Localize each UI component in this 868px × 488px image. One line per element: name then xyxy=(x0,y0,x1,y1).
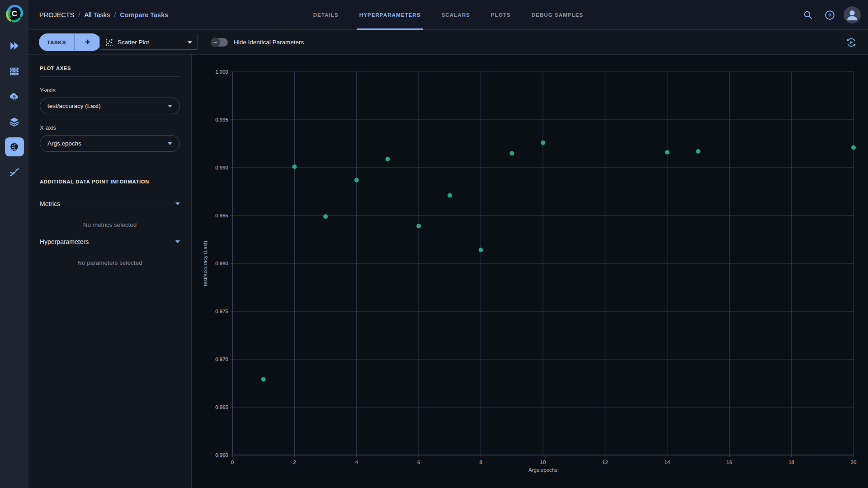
data-point[interactable] xyxy=(696,149,701,154)
user-avatar[interactable] xyxy=(844,6,861,23)
help-button[interactable]: ? xyxy=(822,7,837,23)
data-point[interactable] xyxy=(416,224,421,228)
nav-rail: C xyxy=(0,0,28,488)
clearml-app: C xyxy=(0,0,868,488)
divider xyxy=(40,190,180,190)
chevron-down-icon xyxy=(168,105,172,108)
hide-identical-toggle[interactable] xyxy=(211,38,228,47)
hyperparameters-label: Hyperparameters xyxy=(40,238,175,245)
tasks-selector[interactable]: TASKS + xyxy=(39,33,101,51)
sidebar-item-datasets[interactable] xyxy=(5,112,24,131)
y-tick-label: 0.965 xyxy=(215,404,228,410)
data-point[interactable] xyxy=(851,145,856,150)
sidebar-item-queues[interactable] xyxy=(5,61,24,80)
data-point[interactable] xyxy=(386,157,390,161)
add-task-button[interactable]: + xyxy=(74,34,101,51)
scatter-plot-icon xyxy=(105,38,113,46)
x-tick-label: 6 xyxy=(417,460,420,465)
tab-hyperparameters[interactable]: HYPERPARAMETERS xyxy=(359,0,421,30)
sidebar-item-pipelines[interactable] xyxy=(5,163,24,182)
search-icon xyxy=(803,10,813,20)
tab-debug-samples[interactable]: DEBUG SAMPLES xyxy=(532,0,584,30)
y-tick-label: 0.975 xyxy=(215,309,228,314)
chevron-down-icon xyxy=(175,240,180,243)
hide-identical-group: Hide Identical Parameters xyxy=(211,30,304,55)
tab-details[interactable]: DETAILS xyxy=(313,0,339,30)
cloud-gear-icon xyxy=(9,91,20,102)
additional-info-title: ADDITIONAL DATA POINT INFORMATION xyxy=(40,179,180,184)
sidebar-item-dashboard[interactable] xyxy=(5,36,24,55)
auto-refresh-button[interactable] xyxy=(844,35,859,50)
breadcrumb-item[interactable]: PROJECTS xyxy=(39,11,74,19)
search-button[interactable] xyxy=(800,7,816,23)
breadcrumb-item[interactable]: All Tasks xyxy=(84,11,110,19)
servers-queues-icon xyxy=(9,66,20,77)
tab-plots[interactable]: PLOTS xyxy=(491,0,511,30)
y-tick-label: 0.995 xyxy=(215,117,228,122)
x-axis-title: Args.epochs xyxy=(528,467,557,473)
y-axis-value: test/accuracy (Last) xyxy=(47,103,168,109)
top-bar: PROJECTS/All Tasks/Compare Tasks DETAILS… xyxy=(28,0,868,30)
y-axis-title: test/accuracy (Last) xyxy=(203,241,208,286)
user-icon xyxy=(844,6,861,23)
divider xyxy=(40,251,180,251)
x-tick-label: 2 xyxy=(293,460,296,465)
data-point[interactable] xyxy=(479,248,483,252)
tab-bar: DETAILSHYPERPARAMETERSSCALARSPLOTSDEBUG … xyxy=(313,0,584,30)
data-point[interactable] xyxy=(323,214,328,219)
x-axis-label: X-axis xyxy=(40,124,180,131)
x-tick-label: 18 xyxy=(788,460,794,465)
x-axis-value: Args.epochs xyxy=(47,140,168,147)
chevron-down-icon xyxy=(188,41,192,44)
x-tick-label: 20 xyxy=(851,460,857,465)
data-point[interactable] xyxy=(292,164,297,169)
data-point[interactable] xyxy=(541,141,545,145)
x-axis-select[interactable]: Args.epochs xyxy=(40,135,180,152)
sidebar-item-experiments[interactable] xyxy=(5,137,24,156)
data-point[interactable] xyxy=(448,193,452,197)
breadcrumb-separator: / xyxy=(78,11,80,19)
data-point[interactable] xyxy=(354,178,359,183)
scatter-plot[interactable]: 024681012141618201.0000.9950.9900.9850.9… xyxy=(192,55,868,488)
plot-type-select[interactable]: Scatter Plot xyxy=(99,35,198,50)
svg-text:?: ? xyxy=(828,12,831,18)
x-tick-label: 10 xyxy=(540,460,546,465)
data-point[interactable] xyxy=(509,151,514,155)
plot-type-value: Scatter Plot xyxy=(118,39,183,46)
x-tick-label: 12 xyxy=(602,460,608,465)
clearml-logo-icon: C xyxy=(4,3,25,24)
plot-axes-title: PLOT AXES xyxy=(40,66,180,71)
brain-icon xyxy=(9,141,20,153)
chevron-down-icon xyxy=(168,142,172,145)
tasks-button[interactable]: TASKS xyxy=(39,40,74,45)
breadcrumb-separator: / xyxy=(114,11,116,19)
y-axis-label: Y-axis xyxy=(40,87,180,94)
clearml-logo[interactable]: C xyxy=(0,0,28,27)
x-tick-label: 8 xyxy=(479,460,482,465)
tab-scalars[interactable]: SCALARS xyxy=(442,0,470,30)
x-tick-label: 14 xyxy=(664,460,670,465)
y-tick-label: 0.960 xyxy=(215,452,228,458)
x-tick-label: 4 xyxy=(355,460,359,465)
breadcrumb-item[interactable]: Compare Tasks xyxy=(120,11,168,19)
toolbar: TASKS + Scatter Plot Hide Identical Para… xyxy=(28,30,868,55)
hyperparameters-collapse[interactable]: Hyperparameters xyxy=(40,238,180,245)
y-tick-label: 0.970 xyxy=(215,357,228,362)
y-axis-select[interactable]: test/accuracy (Last) xyxy=(40,98,180,114)
metrics-empty-note: No metrics selected xyxy=(40,221,180,228)
scatter-plot-svg[interactable]: 024681012141618201.0000.9950.9900.9850.9… xyxy=(192,55,868,488)
pipelines-icon xyxy=(9,167,20,178)
topbar-actions: ? xyxy=(800,0,861,30)
x-tick-label: 16 xyxy=(726,460,732,465)
metrics-collapse[interactable]: Metrics xyxy=(40,200,180,207)
sidebar-item-applications[interactable] xyxy=(5,87,24,106)
data-point[interactable] xyxy=(261,377,266,382)
double-chevron-right-icon xyxy=(9,40,20,52)
divider xyxy=(28,203,191,203)
breadcrumb: PROJECTS/All Tasks/Compare Tasks xyxy=(39,0,168,30)
plot-settings-panel: PLOT AXES Y-axis test/accuracy (Last) X-… xyxy=(28,55,192,488)
hyperparameters-empty-note: No parameters selected xyxy=(40,259,180,266)
y-tick-label: 0.980 xyxy=(215,261,228,266)
auto-refresh-icon xyxy=(845,37,857,48)
data-point[interactable] xyxy=(665,150,670,155)
